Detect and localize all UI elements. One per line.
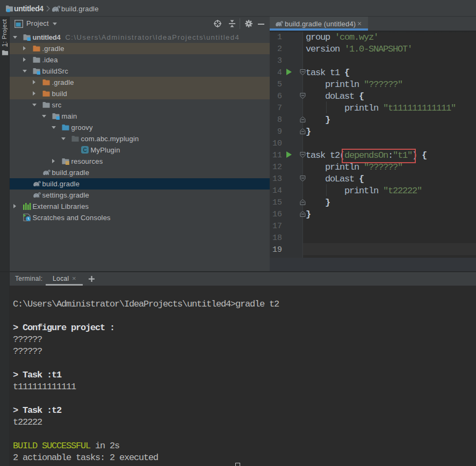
- svg-text:C: C: [83, 147, 86, 153]
